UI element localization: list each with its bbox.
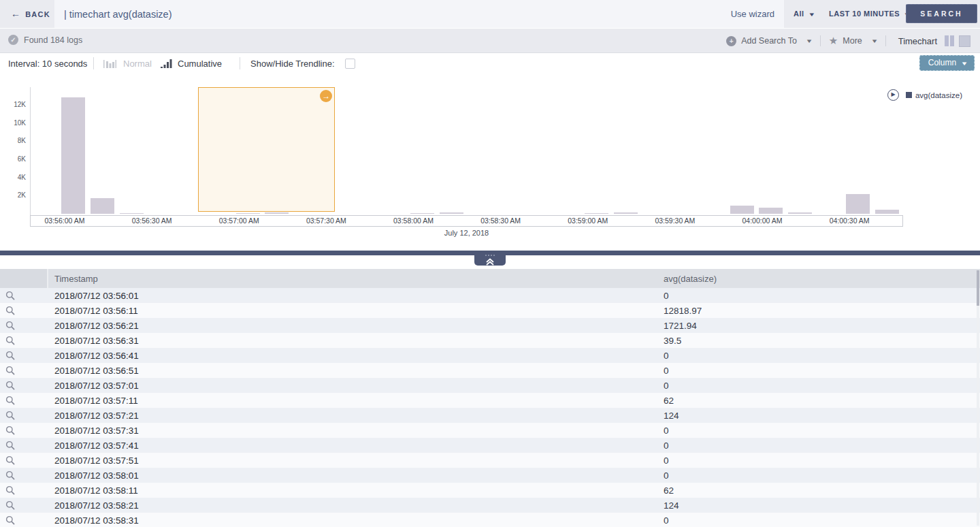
play-circle-icon[interactable]: ▶ bbox=[887, 89, 899, 101]
cumulative-bars-icon bbox=[161, 59, 173, 69]
chart-bar[interactable] bbox=[440, 212, 463, 214]
drag-handle-dots bbox=[474, 251, 506, 256]
trendline-checkbox[interactable] bbox=[345, 59, 355, 69]
row-timestamp: 2018/07/12 03:57:01 bbox=[54, 381, 139, 391]
x-axis-tick-label: 04:00:00 AM bbox=[725, 217, 800, 225]
use-wizard-link[interactable]: Use wizard bbox=[731, 9, 774, 19]
check-circle-icon: ✓ bbox=[8, 35, 18, 45]
magnifier-icon[interactable] bbox=[5, 441, 15, 453]
chart-bar[interactable] bbox=[236, 213, 260, 214]
cumulative-mode-button[interactable]: Cumulative bbox=[161, 53, 222, 74]
table-row: 2018/07/12 03:56:41 0 bbox=[0, 348, 980, 363]
chart-bar[interactable] bbox=[61, 97, 85, 214]
magnifier-icon[interactable] bbox=[5, 470, 15, 483]
x-axis-tick-label: 03:57:30 AM bbox=[289, 217, 363, 225]
row-timestamp: 2018/07/12 03:58:11 bbox=[54, 485, 138, 496]
star-icon: ★ bbox=[829, 35, 838, 47]
y-axis-line bbox=[30, 87, 31, 215]
normal-mode-button[interactable]: Normal bbox=[103, 53, 152, 74]
row-value: 124 bbox=[664, 500, 679, 511]
columns-view-icon[interactable] bbox=[944, 35, 955, 47]
column-header-timestamp[interactable]: Timestamp bbox=[54, 274, 98, 284]
table-scrollbar[interactable] bbox=[977, 270, 979, 526]
grid-view-icon[interactable] bbox=[959, 35, 970, 47]
row-value: 0 bbox=[664, 366, 669, 376]
table-row: 2018/07/12 03:57:11 62 bbox=[0, 393, 980, 408]
magnifier-icon[interactable] bbox=[5, 306, 15, 318]
table-row: 2018/07/12 03:58:01 0 bbox=[0, 468, 980, 483]
row-timestamp: 2018/07/12 03:57:51 bbox=[54, 456, 139, 466]
magnifier-icon[interactable] bbox=[5, 396, 15, 408]
table-row: 2018/07/12 03:56:31 39.5 bbox=[0, 333, 980, 348]
chevron-down-icon: ▼ bbox=[870, 38, 878, 44]
scope-dropdown[interactable]: All▼ bbox=[794, 10, 815, 18]
search-query-input[interactable]: | timechart avg(datasize) Use wizard bbox=[54, 0, 784, 28]
magnifier-icon[interactable] bbox=[5, 291, 15, 303]
row-timestamp: 2018/07/12 03:57:31 bbox=[54, 426, 139, 436]
back-button[interactable]: ←BACK bbox=[11, 8, 50, 19]
table-row: 2018/07/12 03:57:31 0 bbox=[0, 423, 980, 438]
chart-bar[interactable] bbox=[120, 213, 144, 214]
table-row: 2018/07/12 03:57:21 124 bbox=[0, 408, 980, 423]
search-query-text: | timechart avg(datasize) bbox=[64, 9, 172, 20]
found-logs-status: ✓ Found 184 logs bbox=[8, 35, 82, 45]
magnifier-icon[interactable] bbox=[5, 515, 15, 527]
chart-legend: ▶ avg(datasize) bbox=[887, 89, 962, 101]
table-row: 2018/07/12 03:58:31 0 bbox=[0, 513, 980, 527]
scrollbar-thumb[interactable] bbox=[977, 270, 979, 306]
legend-item[interactable]: avg(datasize) bbox=[906, 91, 962, 99]
results-toolbar: ✓ Found 184 logs + Add Search To ▼ ★ Mor… bbox=[0, 29, 980, 53]
chart-bar[interactable] bbox=[410, 213, 434, 214]
table-row: 2018/07/12 03:56:11 12818.97 bbox=[0, 303, 980, 318]
timechart-search-page: ←BACK | timechart avg(datasize) Use wiza… bbox=[0, 0, 980, 527]
magnifier-icon[interactable] bbox=[5, 500, 15, 513]
y-axis-tick-label: 2K bbox=[0, 191, 26, 199]
interval-label: Interval: 10 seconds bbox=[8, 53, 87, 74]
x-axis-tick-label: 03:59:00 AM bbox=[551, 217, 625, 225]
controls-divider bbox=[240, 57, 240, 69]
x-axis-tick-label: 04:00:30 AM bbox=[812, 217, 887, 225]
magnifier-icon[interactable] bbox=[5, 411, 15, 423]
collapse-chart-button[interactable] bbox=[474, 251, 506, 266]
row-timestamp: 2018/07/12 03:56:51 bbox=[54, 366, 139, 376]
chart-bar[interactable] bbox=[614, 212, 638, 214]
time-range-dropdown[interactable]: LAST 10 MINUTES▼ bbox=[829, 10, 911, 18]
magnifier-icon[interactable] bbox=[5, 381, 15, 393]
row-value: 0 bbox=[664, 441, 669, 451]
magnifier-icon[interactable] bbox=[5, 336, 15, 348]
y-axis-tick-label: 6K bbox=[0, 155, 26, 163]
row-timestamp: 2018/07/12 03:58:01 bbox=[54, 470, 139, 481]
more-dropdown[interactable]: ★ More ▼ bbox=[821, 35, 885, 47]
magnifier-icon[interactable] bbox=[5, 426, 15, 438]
add-search-to-dropdown[interactable]: + Add Search To ▼ bbox=[718, 36, 820, 46]
x-axis-date-label: July 12, 2018 bbox=[30, 229, 903, 237]
row-timestamp: 2018/07/12 03:58:21 bbox=[54, 500, 139, 511]
magnifier-icon[interactable] bbox=[5, 366, 15, 378]
chart-bar[interactable] bbox=[585, 213, 608, 214]
row-value: 0 bbox=[664, 351, 669, 361]
column-header-avg-datasize[interactable]: avg(datasize) bbox=[664, 274, 717, 284]
chart-bar[interactable] bbox=[91, 198, 114, 214]
row-value: 0 bbox=[664, 470, 669, 481]
chart-bar[interactable] bbox=[846, 194, 870, 214]
table-row: 2018/07/12 03:57:51 0 bbox=[0, 453, 980, 468]
row-value: 1721.94 bbox=[664, 321, 697, 331]
row-value: 0 bbox=[664, 381, 669, 391]
magnifier-icon[interactable] bbox=[5, 456, 15, 468]
chart-bar[interactable] bbox=[759, 208, 783, 214]
chart-controls: Interval: 10 seconds Normal Cumulative bbox=[0, 53, 980, 74]
search-button[interactable]: SEARCH bbox=[906, 4, 977, 23]
timechart-view-label: Timechart bbox=[886, 36, 944, 46]
chart-bar[interactable] bbox=[788, 212, 812, 214]
chart-bar[interactable] bbox=[730, 206, 754, 214]
chart-bar[interactable] bbox=[265, 212, 289, 214]
magnifier-icon[interactable] bbox=[5, 351, 15, 363]
magnifier-icon[interactable] bbox=[5, 485, 15, 498]
chart-type-dropdown[interactable]: Column▼ bbox=[919, 55, 975, 71]
time-selection-region[interactable] bbox=[198, 87, 335, 212]
double-chevron-up-icon bbox=[485, 257, 495, 266]
row-timestamp: 2018/07/12 03:56:31 bbox=[54, 336, 139, 346]
row-value: 62 bbox=[664, 396, 674, 406]
chart-bar[interactable] bbox=[875, 210, 899, 214]
magnifier-icon[interactable] bbox=[5, 321, 15, 333]
